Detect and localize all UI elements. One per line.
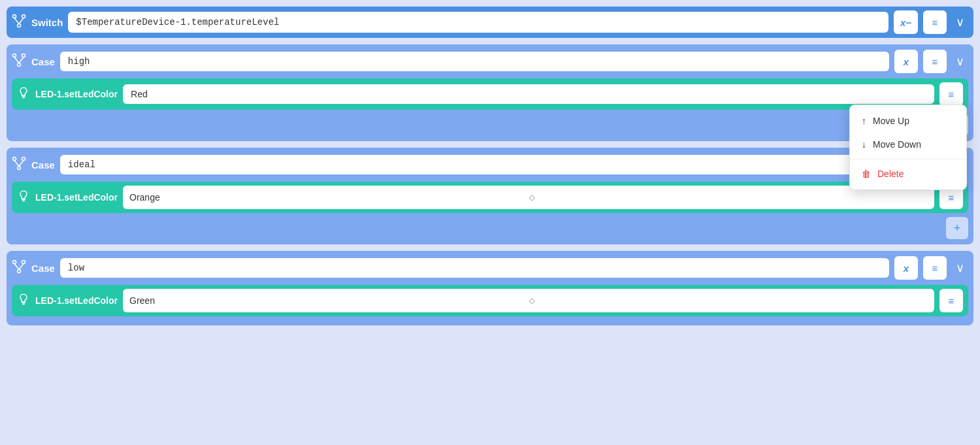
main-container: Switch x− ≡ ∨ Case xyxy=(0,0,980,445)
move-up-label: Move Up xyxy=(873,116,909,126)
switch-label: Switch xyxy=(31,17,63,28)
svg-line-16 xyxy=(19,161,24,167)
svg-point-1 xyxy=(22,14,25,18)
menu-divider xyxy=(850,159,966,159)
context-menu: ↑ Move Up ↓ Move Down 🗑 Delete xyxy=(849,105,967,190)
case-high-node-icon xyxy=(12,53,26,70)
svg-point-13 xyxy=(22,157,25,161)
switch-chevron-button[interactable]: ∨ xyxy=(952,12,968,32)
case-ideal-header: Case x ≡ ∨ xyxy=(12,153,968,176)
case-ideal-plus-row: + xyxy=(12,217,968,239)
menu-move-down[interactable]: ↓ Move Down xyxy=(850,133,966,156)
case-high-header: Case x ≡ ∨ xyxy=(12,50,968,73)
led-green-dropdown[interactable]: Green ◇ xyxy=(123,289,934,312)
svg-point-12 xyxy=(13,157,16,161)
case-ideal-plus-button[interactable]: + xyxy=(946,217,968,239)
action-green-row: LED-1.setLedColor Green ◇ ≡ xyxy=(12,285,968,316)
svg-point-2 xyxy=(18,24,21,27)
led-green-chevron-icon: ◇ xyxy=(529,296,928,305)
svg-line-4 xyxy=(19,18,24,24)
case-low-input[interactable] xyxy=(60,258,889,278)
svg-point-14 xyxy=(18,167,21,170)
led-green-icon xyxy=(17,293,30,309)
svg-point-7 xyxy=(18,63,21,67)
case-high-lines-button[interactable]: ≡ xyxy=(923,50,947,73)
led-red-input[interactable] xyxy=(123,84,934,104)
svg-point-19 xyxy=(13,261,16,264)
svg-point-5 xyxy=(13,54,16,58)
case-high-input[interactable] xyxy=(60,52,889,71)
move-down-icon: ↓ xyxy=(862,139,866,150)
case-ideal-input[interactable] xyxy=(60,155,889,174)
led-green-label: LED-1.setLedColor xyxy=(35,295,118,306)
led-green-value: Green xyxy=(129,295,529,306)
case-high-chevron-button[interactable]: ∨ xyxy=(952,52,968,71)
case-high-label: Case xyxy=(31,56,55,67)
svg-line-15 xyxy=(14,161,19,167)
case-high-plus-row: + xyxy=(12,114,968,136)
case-low-label: Case xyxy=(31,263,55,274)
case-high-x-button[interactable]: x xyxy=(894,50,918,73)
led-red-label: LED-1.setLedColor xyxy=(35,89,118,99)
case-low-block: Case x ≡ ∨ LED-1.setLedColor xyxy=(7,251,973,325)
case-ideal-block: Case x ≡ ∨ LED-1.setLedColor xyxy=(7,148,973,244)
led-orange-label: LED-1.setLedColor xyxy=(35,192,118,203)
case-low-header: Case x ≡ ∨ xyxy=(12,256,968,280)
menu-move-up[interactable]: ↑ Move Up xyxy=(850,109,966,133)
delete-label: Delete xyxy=(877,169,904,179)
led-red-lines-button[interactable]: ≡ xyxy=(939,82,963,106)
led-green-lines-button[interactable]: ≡ xyxy=(939,289,963,312)
case-low-lines-button[interactable]: ≡ xyxy=(923,256,947,280)
case-low-node-icon xyxy=(12,259,26,276)
case-low-x-button[interactable]: x xyxy=(894,256,918,280)
menu-delete[interactable]: 🗑 Delete xyxy=(850,162,966,186)
case-ideal-node-icon xyxy=(12,156,26,173)
switch-row: Switch x− ≡ ∨ xyxy=(7,7,973,38)
delete-icon: 🗑 xyxy=(862,169,871,179)
svg-line-23 xyxy=(19,264,24,270)
led-red-icon xyxy=(17,86,30,103)
led-orange-value: Orange xyxy=(129,192,529,203)
svg-line-22 xyxy=(14,264,19,270)
action-red-row: LED-1.setLedColor ≡ xyxy=(12,78,968,110)
led-orange-chevron-icon: ◇ xyxy=(529,193,928,202)
move-down-label: Move Down xyxy=(873,139,921,150)
case-high-block: Case x ≡ ∨ LED-1.setLedColor xyxy=(7,44,973,141)
svg-point-20 xyxy=(22,261,25,264)
svg-point-6 xyxy=(22,54,25,58)
svg-line-8 xyxy=(14,58,19,63)
svg-line-9 xyxy=(19,58,24,63)
switch-lines-button[interactable]: ≡ xyxy=(923,10,947,34)
led-orange-icon xyxy=(17,190,30,206)
switch-x-minus-button[interactable]: x− xyxy=(894,10,918,34)
svg-point-0 xyxy=(13,14,16,18)
led-orange-dropdown[interactable]: Orange ◇ xyxy=(123,186,934,209)
switch-input[interactable] xyxy=(68,12,888,33)
switch-node-icon xyxy=(12,14,26,31)
case-low-chevron-button[interactable]: ∨ xyxy=(952,258,968,278)
svg-line-3 xyxy=(14,18,19,24)
case-ideal-label: Case xyxy=(31,159,55,171)
move-up-icon: ↑ xyxy=(862,116,866,126)
svg-point-21 xyxy=(18,270,21,273)
action-orange-row: LED-1.setLedColor Orange ◇ ≡ xyxy=(12,182,968,213)
